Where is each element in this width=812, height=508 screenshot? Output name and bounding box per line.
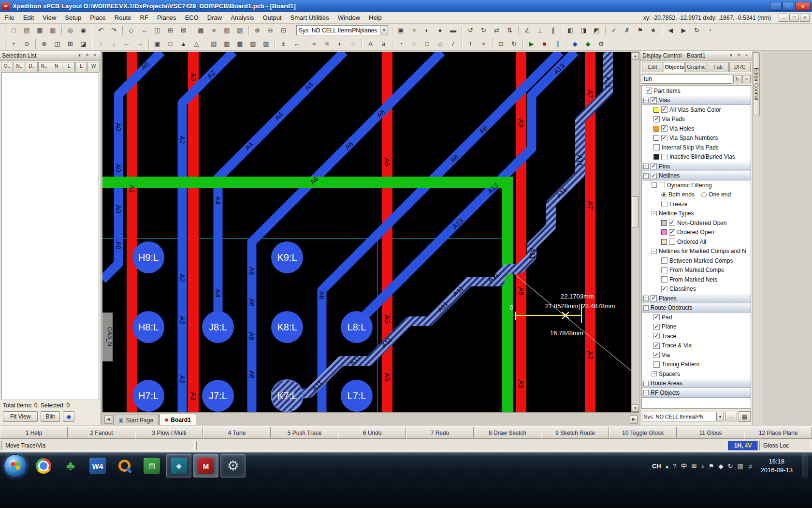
function-key-8-draw-sketch[interactable]: 8 Draw Sketch xyxy=(474,427,541,439)
menu-eco[interactable]: ECO xyxy=(181,13,203,23)
function-key-3-plow-multi[interactable]: 3 Plow / Multi xyxy=(135,427,203,439)
help-icon[interactable]: ? xyxy=(673,463,676,469)
selection-list-tab-7[interactable]: W xyxy=(87,62,100,72)
collapse-icon[interactable]: − xyxy=(643,98,649,103)
layers-icon[interactable]: ≡ xyxy=(208,24,220,36)
dc-tab-graphic[interactable]: Graphic xyxy=(685,62,707,72)
line-icon[interactable]: / xyxy=(447,38,459,50)
origin-icon[interactable]: ⊙ xyxy=(21,38,33,50)
function-key-4-tune[interactable]: 4 Tune xyxy=(203,427,271,439)
checkbox[interactable] xyxy=(661,125,667,132)
expand-icon[interactable]: + xyxy=(643,390,649,395)
unlock-icon[interactable]: △ xyxy=(190,38,203,50)
checkbox[interactable] xyxy=(669,229,675,236)
opt-green-icon[interactable]: ◆ xyxy=(582,38,594,50)
panel-close-icon[interactable]: × xyxy=(91,52,99,59)
checkbox[interactable] xyxy=(651,163,657,169)
panel-pin-icon[interactable]: ¤ xyxy=(735,52,742,59)
highlight-icon[interactable]: ◐ xyxy=(334,38,346,50)
undo-icon[interactable]: ↶ xyxy=(95,24,107,36)
scheme-combo[interactable]: Sys: NO CELL Items&PN ▼ xyxy=(642,412,724,421)
mail-icon[interactable]: ✉ xyxy=(691,463,696,469)
checkbox[interactable] xyxy=(653,333,660,339)
checkbox[interactable] xyxy=(653,361,660,368)
tray-expand-icon[interactable]: ▴ xyxy=(666,463,669,469)
hatch-icon[interactable]: ◨ xyxy=(578,24,590,36)
flag-icon[interactable]: ⚑ xyxy=(634,24,646,36)
dc-item-classlines[interactable]: Classlines xyxy=(642,284,751,294)
layer4-icon[interactable]: ▧ xyxy=(247,38,259,50)
checkbox[interactable] xyxy=(659,182,665,188)
dc-tab-drc[interactable]: DRC xyxy=(729,62,751,72)
bga-pad-k7-l[interactable]: K7:L xyxy=(271,380,303,412)
duplicate-icon[interactable]: ◪ xyxy=(77,38,89,50)
prev-view-icon[interactable]: ◀ xyxy=(665,24,677,36)
blink-mode-icon[interactable]: ◆ xyxy=(63,411,74,422)
scheme-more-button[interactable]: ... xyxy=(725,412,737,421)
search-clear-icon[interactable]: × xyxy=(742,75,751,83)
delete-icon[interactable]: ⊠ xyxy=(177,24,189,36)
menu-edit[interactable]: Edit xyxy=(19,13,38,23)
canvas-vertical-scrollbar[interactable]: ▲ ▼ xyxy=(631,52,639,412)
dc-item-ordered-open[interactable]: Ordered Open xyxy=(642,228,751,238)
find-next-icon[interactable]: ◉ xyxy=(77,24,89,36)
fill-icon[interactable]: ▧ xyxy=(234,24,246,36)
color-swatch[interactable] xyxy=(653,135,659,141)
checkbox[interactable] xyxy=(661,286,667,292)
menu-rf[interactable]: RF xyxy=(136,13,153,23)
display-scheme-combo[interactable]: Sys: NO CELL ItemsPNplanes▼ xyxy=(296,25,388,35)
pcb-canvas[interactable]: H9:LK9:LH8:LJ8:LK8:LL8:LH7:LJ7:LL7:L K7:… xyxy=(102,52,631,412)
drc-icon[interactable]: ! xyxy=(464,38,477,50)
dc-item-pad[interactable]: Pad xyxy=(642,313,751,322)
text-icon[interactable]: A xyxy=(364,38,377,50)
scrollbar-thumb[interactable] xyxy=(632,196,639,227)
dc-item-internal-skip-via-pads[interactable]: Internal Skip Via Pads xyxy=(642,143,751,152)
bga-pad-h7-l[interactable]: H7:L xyxy=(132,380,164,412)
selection-list-tab-1[interactable]: N.. xyxy=(14,62,26,72)
bga-pad-k8-l[interactable]: K8:L xyxy=(271,311,303,343)
shield-icon[interactable]: ◆ xyxy=(719,463,724,469)
start-button[interactable] xyxy=(4,454,27,478)
gear-icon[interactable]: ⚙ xyxy=(595,38,607,50)
selection-list-tab-0[interactable]: O.. xyxy=(1,62,13,72)
selection-list-tab-2[interactable]: D.. xyxy=(26,62,38,72)
settings-gear-icon[interactable]: ⚙ xyxy=(220,454,246,478)
checkbox[interactable] xyxy=(661,257,667,264)
mdi-minimize-button[interactable]: – xyxy=(779,14,788,22)
polygon-icon[interactable]: ◇ xyxy=(434,38,446,50)
probe-icon[interactable]: ○ xyxy=(347,38,359,50)
dc-item-from-marked-nets[interactable]: From Marked Nets xyxy=(642,275,751,284)
ime-language-indicator[interactable]: CH xyxy=(652,463,661,470)
pour-icon[interactable]: ◧ xyxy=(565,24,577,36)
dc-item-freeze[interactable]: Freeze xyxy=(642,199,751,209)
function-key-6-undo[interactable]: 6 Undo xyxy=(338,427,406,439)
bga-pad-j7-l[interactable]: J7:L xyxy=(202,380,234,412)
checkbox[interactable] xyxy=(651,173,657,179)
stop-icon[interactable]: ■ xyxy=(538,38,551,50)
paste-icon[interactable]: ⊞ xyxy=(164,24,176,36)
media-icon[interactable]: ♪ xyxy=(701,463,704,469)
toolbar-drag-handle[interactable] xyxy=(3,39,5,49)
cad-app-icon[interactable]: ◈ xyxy=(166,454,191,478)
checkbox[interactable] xyxy=(651,295,657,301)
place-icon[interactable]: ▣ xyxy=(395,24,407,36)
scroll-down-icon[interactable]: ▼ xyxy=(632,404,639,412)
redo-icon[interactable]: ↷ xyxy=(108,24,120,36)
color-swatch[interactable] xyxy=(661,229,667,235)
mdi-close-button[interactable]: × xyxy=(800,14,810,22)
menu-draw[interactable]: Draw xyxy=(203,13,226,23)
collapse-icon[interactable]: − xyxy=(652,182,657,188)
function-key-12-place-plane[interactable]: 12 Place Plane xyxy=(744,427,812,439)
zoom-fit-icon[interactable]: ⊡ xyxy=(277,24,290,36)
bus-icon[interactable]: ≡ xyxy=(321,38,333,50)
clover-icon[interactable]: ♣ xyxy=(58,454,83,478)
checkbox[interactable] xyxy=(646,88,652,94)
chrome-icon[interactable] xyxy=(31,454,56,478)
panel-menu-icon[interactable]: ▾ xyxy=(727,52,735,59)
angle-icon[interactable]: ∠ xyxy=(521,24,533,36)
checkbox[interactable] xyxy=(661,201,667,207)
layer1-icon[interactable]: ▤ xyxy=(208,38,220,50)
scheme-save-icon[interactable]: ▦ xyxy=(739,411,751,422)
close-button[interactable]: × xyxy=(795,2,811,11)
expand-icon[interactable]: + xyxy=(652,371,657,376)
